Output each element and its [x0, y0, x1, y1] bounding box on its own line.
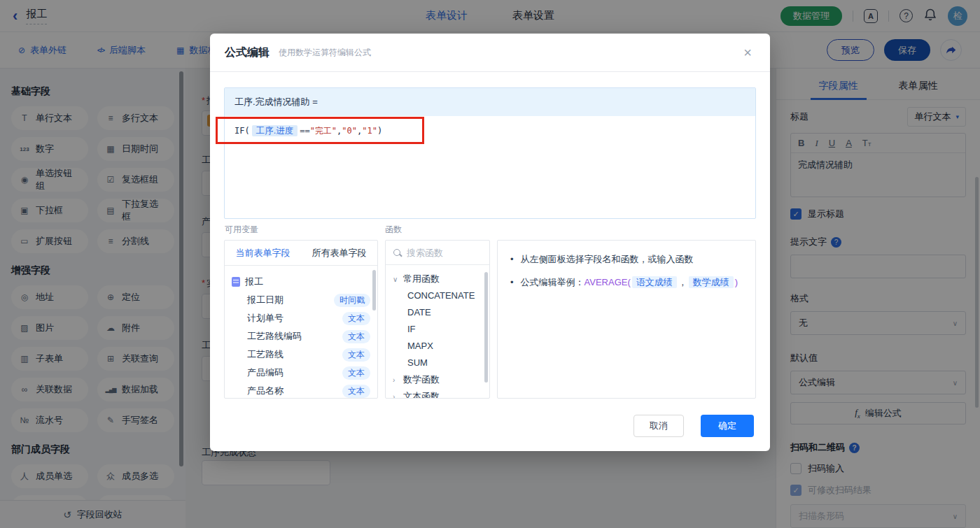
formula-target: 工序.完成情况辅助 =	[225, 88, 755, 116]
variable-row[interactable]: 工艺路线编码文本	[232, 327, 370, 345]
variable-name: 产品名称	[247, 385, 284, 397]
variable-row[interactable]: 报工日期时间戳	[232, 291, 370, 309]
formula-edit-modal: 公式编辑 使用数学运算符编辑公式 × 工序.完成情况辅助 = IF(工序.进度=…	[210, 34, 770, 451]
type-badge: 文本	[342, 330, 370, 343]
type-badge: 时间戳	[334, 294, 370, 307]
function-search	[386, 241, 489, 265]
example-prefix: 公式编辑举例：	[521, 277, 584, 287]
formula-string: "0"	[342, 126, 357, 136]
formula-paren: )	[377, 126, 382, 136]
function-item[interactable]: MAPX	[393, 338, 482, 355]
tab-all-form-fields[interactable]: 所有表单字段	[301, 241, 377, 265]
help-tip-2: • 公式编辑举例：AVERAGE(语文成绩，数学成绩)	[510, 276, 743, 290]
functions-tree: ∨ 常用函数 CONCATENATE DATE IF MAPX SUM › 数学…	[386, 265, 489, 399]
chevron-right-icon: ›	[393, 376, 398, 384]
function-group-text[interactable]: › 文本函数	[393, 388, 482, 399]
variable-row[interactable]: 产品编码文本	[232, 364, 370, 382]
formula-function: IF(	[234, 126, 250, 136]
type-badge: 文本	[342, 385, 370, 398]
type-badge: 文本	[342, 348, 370, 362]
form-icon	[232, 277, 240, 287]
variable-row[interactable]: 产品名称文本	[232, 382, 370, 399]
help-tip-text: 公式编辑举例：AVERAGE(语文成绩，数学成绩)	[521, 276, 738, 290]
search-icon	[393, 249, 400, 256]
variable-row[interactable]: 计划单号文本	[232, 309, 370, 327]
function-group-common[interactable]: ∨ 常用函数	[393, 271, 482, 287]
type-badge: 文本	[342, 312, 370, 325]
formula-field-chip[interactable]: 工序.进度	[252, 125, 298, 136]
functions-label: 函数	[385, 224, 402, 236]
bullet-icon: •	[510, 252, 514, 266]
function-item[interactable]: SUM	[393, 355, 482, 371]
cancel-button[interactable]: 取消	[634, 415, 684, 437]
example-paren: )	[735, 277, 738, 287]
variable-name: 报工日期	[247, 294, 284, 306]
modal-header: 公式编辑 使用数学运算符编辑公式	[210, 34, 770, 72]
form-name: 报工	[245, 276, 263, 288]
function-group-math[interactable]: › 数学函数	[393, 371, 482, 388]
help-tip-1: • 从左侧面板选择字段名和函数，或输入函数	[510, 252, 743, 266]
function-group-label: 文本函数	[403, 390, 440, 399]
type-badge: 文本	[342, 366, 370, 380]
functions-panel: ∨ 常用函数 CONCATENATE DATE IF MAPX SUM › 数学…	[385, 240, 490, 399]
help-tip-text: 从左侧面板选择字段名和函数，或输入函数	[521, 252, 694, 266]
function-item[interactable]: DATE	[393, 304, 482, 321]
form-node[interactable]: 报工	[232, 272, 370, 291]
functions-scrollbar[interactable]	[484, 272, 488, 383]
function-group-label: 常用函数	[403, 273, 440, 285]
variables-panel: 当前表单字段 所有表单字段 报工 报工日期时间戳 计划单号文本 工艺路线编码文本…	[224, 240, 378, 399]
example-field-chip: 数学成绩	[689, 276, 734, 288]
formula-editor: 工序.完成情况辅助 = IF(工序.进度=="完工","0","1")	[224, 87, 756, 219]
example-field-chip: 语文成绩	[632, 276, 677, 288]
formula-string: "1"	[362, 126, 377, 136]
function-group-label: 数学函数	[403, 373, 440, 386]
variables-tree: 报工 报工日期时间戳 计划单号文本 工艺路线编码文本 工艺路线文本 产品编码文本…	[225, 266, 377, 399]
variable-row[interactable]: 工艺路线文本	[232, 345, 370, 364]
variables-tabs: 当前表单字段 所有表单字段	[225, 241, 377, 266]
formula-help-panel: • 从左侧面板选择字段名和函数，或输入函数 • 公式编辑举例：AVERAGE(语…	[497, 240, 756, 399]
bullet-icon: •	[510, 276, 514, 290]
tab-current-form-fields[interactable]: 当前表单字段	[225, 241, 301, 265]
confirm-button[interactable]: 确定	[701, 415, 754, 437]
variables-label: 可用变量	[225, 224, 258, 236]
variable-name: 产品编码	[247, 366, 284, 379]
function-item[interactable]: CONCATENATE	[393, 287, 482, 304]
function-item[interactable]: IF	[393, 321, 482, 338]
variable-name: 工艺路线	[247, 348, 284, 361]
formula-input-area[interactable]: IF(工序.进度=="完工","0","1")	[225, 116, 755, 146]
modal-subtitle: 使用数学运算符编辑公式	[279, 47, 371, 59]
example-comma: ，	[678, 277, 687, 287]
variable-name: 工艺路线编码	[247, 330, 302, 343]
modal-title: 公式编辑	[225, 45, 270, 60]
close-icon[interactable]: ×	[743, 45, 752, 59]
variable-name: 计划单号	[247, 312, 284, 324]
example-function: AVERAGE(	[584, 277, 631, 287]
chevron-right-icon: ›	[393, 393, 398, 399]
formula-operator: ==	[300, 126, 309, 136]
variables-scrollbar[interactable]	[372, 270, 376, 311]
formula-string: "完工"	[310, 126, 337, 136]
search-input[interactable]	[407, 248, 477, 258]
chevron-down-icon: ∨	[393, 276, 398, 283]
